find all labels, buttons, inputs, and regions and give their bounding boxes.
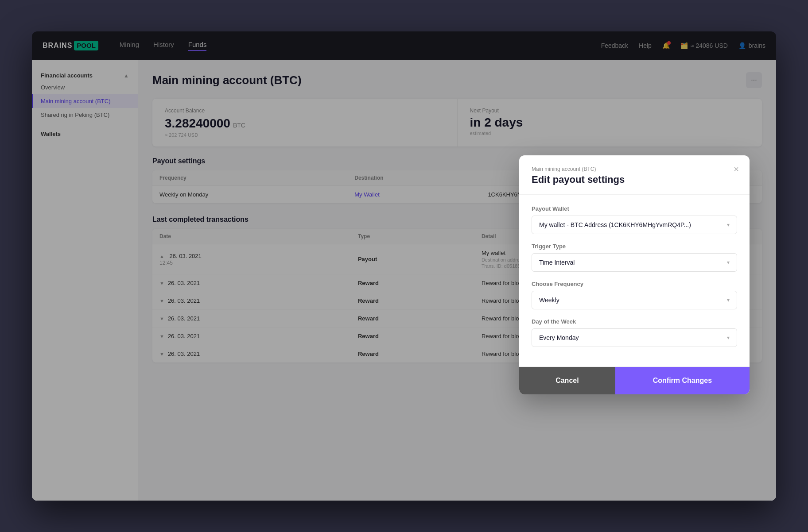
frequency-selected: Weekly bbox=[539, 297, 559, 304]
payout-wallet-group: Payout Wallet My wallet - BTC Address (1… bbox=[532, 205, 737, 234]
chevron-down-icon: ▾ bbox=[727, 335, 730, 341]
frequency-group: Choose Frequency Weekly ▾ bbox=[532, 281, 737, 309]
edit-payout-modal: Main mining account (BTC) Edit payout se… bbox=[519, 155, 750, 394]
modal-close-button[interactable]: × bbox=[734, 164, 739, 174]
modal-title: Edit payout settings bbox=[532, 174, 737, 185]
modal-body: Payout Wallet My wallet - BTC Address (1… bbox=[519, 195, 750, 366]
frequency-label: Choose Frequency bbox=[532, 281, 737, 287]
day-select[interactable]: Every Monday ▾ bbox=[532, 328, 737, 347]
modal-footer: Cancel Confirm Changes bbox=[519, 366, 750, 394]
modal-overlay: Main mining account (BTC) Edit payout se… bbox=[32, 31, 776, 501]
modal-subtitle: Main mining account (BTC) bbox=[532, 166, 737, 172]
payout-wallet-selected: My wallet - BTC Address (1CK6KHY6MHgYvmR… bbox=[539, 221, 691, 228]
trigger-type-group: Trigger Type Time Interval ▾ bbox=[532, 243, 737, 272]
day-label: Day of the Week bbox=[532, 318, 737, 325]
day-selected: Every Monday bbox=[539, 334, 579, 341]
payout-wallet-label: Payout Wallet bbox=[532, 205, 737, 212]
cancel-button[interactable]: Cancel bbox=[519, 367, 615, 394]
trigger-type-selected: Time Interval bbox=[539, 259, 575, 266]
payout-wallet-select[interactable]: My wallet - BTC Address (1CK6KHY6MHgYvmR… bbox=[532, 216, 737, 234]
modal-header: Main mining account (BTC) Edit payout se… bbox=[519, 155, 750, 195]
trigger-type-label: Trigger Type bbox=[532, 243, 737, 250]
chevron-down-icon: ▾ bbox=[727, 297, 730, 303]
chevron-down-icon: ▾ bbox=[727, 259, 730, 266]
trigger-type-select[interactable]: Time Interval ▾ bbox=[532, 253, 737, 272]
chevron-down-icon: ▾ bbox=[727, 222, 730, 228]
day-group: Day of the Week Every Monday ▾ bbox=[532, 318, 737, 347]
confirm-changes-button[interactable]: Confirm Changes bbox=[615, 367, 750, 394]
frequency-select[interactable]: Weekly ▾ bbox=[532, 291, 737, 309]
